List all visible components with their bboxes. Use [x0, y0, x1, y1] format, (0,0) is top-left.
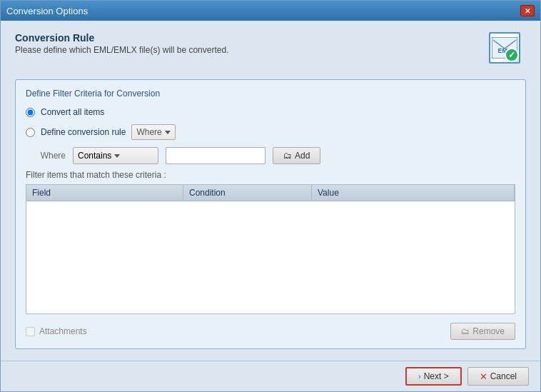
- attachments-checkbox[interactable]: [26, 327, 35, 336]
- contains-dropdown[interactable]: Contains: [73, 147, 158, 164]
- remove-icon: 🗂: [461, 326, 470, 336]
- table-header-field: Field: [26, 185, 183, 201]
- eml-check-icon: ✓: [505, 48, 519, 62]
- window-close-button[interactable]: ✕: [520, 5, 535, 16]
- filter-group-title: Define Filter Criteria for Conversion: [26, 89, 515, 99]
- section-title: Conversion Rule: [15, 32, 228, 44]
- where-row: Where Contains 🗂 Add: [26, 147, 515, 164]
- content-area: Conversion Rule Please define which EML/…: [1, 21, 540, 361]
- add-button[interactable]: 🗂 Add: [273, 147, 320, 164]
- footer: › Next > ✕ Cancel: [1, 361, 540, 391]
- eml-icon: EML ✓: [489, 32, 526, 69]
- attachments-label: Attachments: [39, 326, 87, 336]
- next-button[interactable]: › Next >: [405, 367, 462, 386]
- convert-all-label[interactable]: Convert all items: [41, 107, 104, 117]
- section-subtitle: Please define which EML/EMLX file(s) wil…: [15, 45, 228, 55]
- where-field-dropdown[interactable]: Where: [131, 124, 175, 140]
- cancel-x-icon: ✕: [480, 371, 487, 382]
- window-title: Conversion Options: [6, 6, 88, 16]
- filter-value-input[interactable]: [166, 147, 266, 164]
- convert-all-row: Convert all items: [26, 107, 515, 117]
- eml-icon-inner: EML ✓: [489, 32, 520, 64]
- where-label: Where: [30, 151, 66, 161]
- define-rule-radio[interactable]: [26, 128, 35, 137]
- contains-chevron-icon: [114, 154, 120, 158]
- where-dropdown-text: Where: [136, 127, 161, 137]
- add-button-label: Add: [295, 151, 310, 161]
- filter-group: Define Filter Criteria for Conversion Co…: [15, 79, 526, 349]
- add-icon: 🗂: [283, 151, 292, 161]
- remove-button-label: Remove: [472, 326, 505, 336]
- contains-text: Contains: [78, 151, 111, 161]
- cancel-button-label: Cancel: [490, 371, 517, 381]
- table-body: [26, 201, 515, 313]
- bottom-row: Attachments 🗂 Remove: [26, 323, 515, 340]
- remove-button[interactable]: 🗂 Remove: [450, 323, 515, 340]
- table-header: Field Condition Value: [26, 185, 515, 201]
- convert-all-radio[interactable]: [26, 108, 35, 117]
- filter-info: Filter items that match these criteria :: [26, 170, 515, 180]
- define-rule-label[interactable]: Define conversion rule: [41, 127, 126, 137]
- next-button-label: Next >: [424, 371, 449, 381]
- table-header-value: Value: [312, 185, 515, 201]
- where-dropdown-chevron-icon: [165, 131, 171, 134]
- section-header: Conversion Rule Please define which EML/…: [15, 32, 526, 69]
- table-header-condition: Condition: [183, 185, 312, 201]
- next-chevron-icon: ›: [418, 372, 421, 381]
- section-title-block: Conversion Rule Please define which EML/…: [15, 32, 228, 55]
- attachments-check-row: Attachments: [26, 326, 87, 336]
- title-bar: Conversion Options ✕: [1, 1, 540, 21]
- cancel-button[interactable]: ✕ Cancel: [467, 367, 529, 386]
- filter-table: Field Condition Value: [26, 184, 515, 314]
- define-rule-row: Define conversion rule Where: [26, 124, 515, 140]
- main-window: Conversion Options ✕ Conversion Rule Ple…: [0, 0, 541, 392]
